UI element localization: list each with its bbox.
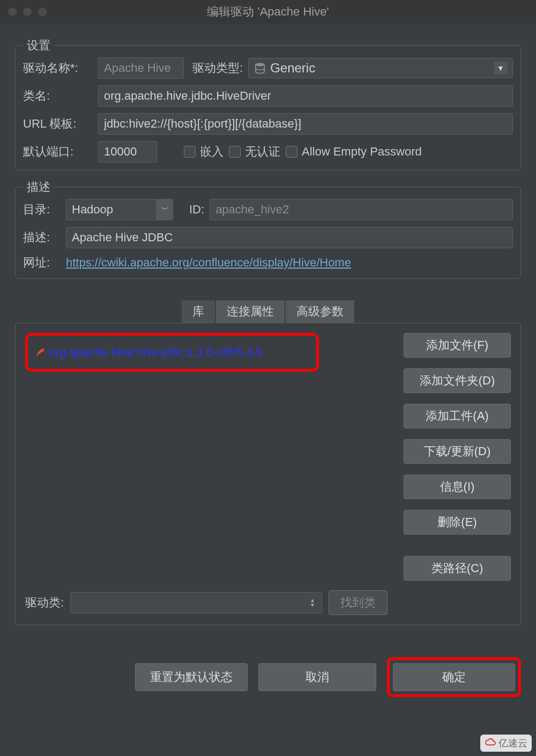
driver-name-input[interactable]: Apache Hive (98, 57, 184, 79)
default-port-label: 默认端口: (23, 144, 93, 160)
library-panel: org.apache.hive:hive-jdbc:1.1.0-cdh5.4.9… (15, 323, 521, 625)
add-artifact-button[interactable]: 添加工件(A) (404, 404, 511, 428)
ok-highlight: 确定 (387, 657, 521, 697)
tab-connection-properties[interactable]: 连接属性 (216, 300, 285, 323)
reset-button[interactable]: 重置为默认状态 (135, 663, 248, 691)
add-file-button[interactable]: 添加文件(F) (404, 333, 511, 358)
checkbox-icon (229, 146, 241, 158)
category-value: Hadoop (72, 203, 113, 217)
find-class-button[interactable]: 找到类 (329, 590, 388, 615)
desc-label: 描述: (23, 229, 61, 246)
class-name-label: 类名: (23, 88, 93, 104)
cancel-button[interactable]: 取消 (258, 663, 376, 691)
category-select[interactable]: Hadoop ﹀ (66, 199, 173, 220)
website-link[interactable]: https://cwiki.apache.org/confluence/disp… (66, 256, 351, 270)
svg-point-0 (256, 63, 265, 66)
info-button[interactable]: 信息(I) (404, 475, 511, 499)
zoom-dot[interactable] (38, 8, 47, 16)
stepper-icon: ▲▼ (310, 598, 315, 607)
class-name-input[interactable]: org.apache.hive.jdbc.HiveDriver (98, 85, 513, 107)
minimize-dot[interactable] (23, 8, 32, 16)
cloud-icon (485, 738, 496, 749)
desc-input[interactable]: Apache Hive JDBC (66, 227, 513, 248)
window-title: 编辑驱动 'Apache Hive' (6, 4, 530, 20)
no-auth-label: 无认证 (245, 144, 280, 160)
dropdown-icon: ▼ (494, 62, 507, 75)
window-controls (8, 8, 47, 16)
description-legend: 描述 (24, 179, 54, 195)
allow-empty-pwd-label: Allow Empty Password (302, 145, 422, 159)
settings-group: 设置 驱动名称*: Apache Hive 驱动类型: Generic ▼ 类名… (15, 45, 521, 171)
watermark-text: 亿速云 (498, 737, 527, 750)
chevron-down-icon: ﹀ (157, 199, 173, 220)
titlebar: 编辑驱动 'Apache Hive' (0, 0, 536, 24)
tabs: 库 连接属性 高级参数 (15, 300, 521, 323)
add-folder-button[interactable]: 添加文件夹(D) (404, 368, 511, 393)
id-input[interactable]: apache_hive2 (210, 199, 513, 220)
driver-class-select[interactable]: ▲▼ (70, 592, 322, 613)
description-group: 描述 目录: Hadoop ﹀ ID: apache_hive2 描述: Apa… (15, 187, 521, 279)
default-port-input[interactable]: 10000 (98, 141, 157, 162)
url-label: 网址: (23, 255, 61, 271)
driver-class-label: 驱动类: (25, 595, 64, 611)
classpath-button[interactable]: 类路径(C) (404, 556, 511, 581)
settings-legend: 设置 (24, 38, 54, 54)
close-dot[interactable] (8, 8, 17, 16)
ok-button[interactable]: 确定 (393, 663, 515, 691)
database-icon (254, 62, 266, 74)
id-label: ID: (189, 203, 204, 217)
artifact-text: org.apache.hive:hive-jdbc:1.1.0-cdh5.4.9 (49, 345, 262, 359)
delete-button[interactable]: 删除(E) (404, 510, 511, 535)
driver-type-value: Generic (270, 61, 315, 76)
watermark: 亿速云 (480, 735, 532, 752)
category-label: 目录: (23, 202, 61, 218)
dialog-footer: 重置为默认状态 取消 确定 (0, 625, 536, 697)
download-button[interactable]: 下载/更新(D) (404, 439, 511, 464)
checkbox-icon (184, 146, 196, 158)
driver-type-label: 驱动类型: (192, 60, 243, 76)
tab-advanced[interactable]: 高级参数 (286, 300, 354, 323)
embed-label: 嵌入 (200, 144, 224, 160)
embed-checkbox[interactable]: 嵌入 (184, 144, 224, 160)
driver-type-select[interactable]: Generic ▼ (248, 58, 513, 78)
checkbox-icon (286, 146, 297, 158)
driver-name-label: 驱动名称*: (23, 60, 93, 76)
feather-icon (34, 346, 46, 358)
no-auth-checkbox[interactable]: 无认证 (229, 144, 280, 160)
library-artifact-item[interactable]: org.apache.hive:hive-jdbc:1.1.0-cdh5.4.9 (25, 333, 319, 372)
url-template-label: URL 模板: (23, 116, 93, 132)
tab-library[interactable]: 库 (182, 300, 215, 323)
url-template-input[interactable]: jdbc:hive2://{host}[:{port}][/{database}… (98, 113, 513, 135)
allow-empty-pwd-checkbox[interactable]: Allow Empty Password (286, 145, 422, 159)
